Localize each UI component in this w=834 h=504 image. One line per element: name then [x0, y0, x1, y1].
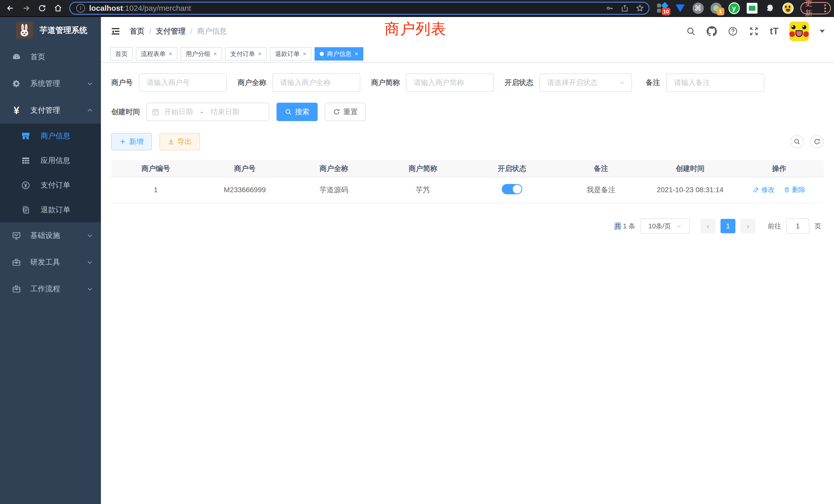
github-icon[interactable] [707, 26, 717, 37]
url-text[interactable]: localhost:1024/pay/merchant [89, 4, 598, 13]
prev-page-button[interactable]: ‹ [701, 219, 716, 233]
extension-command-icon[interactable]: ⌘ [693, 3, 704, 14]
remark-input[interactable] [666, 73, 764, 92]
url-path: :1024/pay/merchant [123, 4, 191, 12]
chevron-up-icon [87, 107, 93, 114]
sidebar-item-app-info[interactable]: 应用信息 [0, 148, 101, 173]
tab-merchant-info[interactable]: 商户信息 × [314, 47, 363, 61]
delete-link[interactable]: 删除 [784, 185, 805, 194]
tab-process-form[interactable]: 流程表单 × [136, 47, 177, 61]
app-header: 首页 / 支付管理 / 商户信息 tT [101, 17, 834, 46]
profile-emoji-icon[interactable] [783, 3, 794, 14]
tab-home[interactable]: 首页 [110, 47, 133, 61]
col-merchant-no: 商户号 [200, 160, 289, 177]
status-toggle[interactable] [502, 184, 522, 194]
tab-close-icon[interactable]: × [169, 50, 172, 58]
sidebar: 芋道管理系统 首页 系统管理 ¥ 支付管理 商户信息 [0, 17, 101, 504]
sidebar-item-pay-order[interactable]: 支付订单 [0, 173, 101, 198]
sidebar-item-system[interactable]: 系统管理 [0, 70, 101, 97]
avatar-caret-icon[interactable] [820, 30, 825, 33]
fullscreen-icon[interactable] [749, 26, 759, 37]
search-button[interactable]: 搜索 [277, 102, 317, 121]
edit-link[interactable]: 修改 [753, 185, 775, 194]
full-name-input[interactable] [272, 73, 360, 92]
page-size-select[interactable]: 10条/页 [640, 219, 690, 234]
extension-grid-icon[interactable]: 10 [657, 3, 668, 14]
chevron-down-icon [676, 223, 682, 229]
extension-badge: 10 [662, 8, 670, 16]
sidebar-item-dev-tools[interactable]: 研发工具 [0, 249, 101, 276]
tab-refund-order[interactable]: 退款订单 × [270, 47, 311, 61]
cell-actions: 修改 删除 [734, 177, 824, 203]
total-suffix: 条 [629, 222, 635, 230]
export-button[interactable]: 导出 [159, 133, 200, 151]
total-text: 共 1 条 [614, 222, 635, 231]
bookmark-star-icon[interactable] [636, 4, 644, 12]
reset-button[interactable]: 重置 [325, 102, 366, 121]
page-1-button[interactable]: 1 [721, 219, 736, 233]
col-remark: 备注 [556, 160, 645, 177]
sidebar-item-payment[interactable]: ¥ 支付管理 [0, 97, 101, 124]
add-button[interactable]: 新增 [111, 133, 152, 151]
merchant-no-input[interactable] [139, 73, 227, 92]
browser-home-icon[interactable] [52, 3, 64, 14]
extensions-puzzle-icon[interactable] [764, 3, 776, 14]
tab-close-icon[interactable]: × [213, 50, 217, 58]
extension-record-icon[interactable]: 1 [710, 3, 722, 14]
toggle-search-button[interactable] [790, 135, 804, 148]
chevron-down-icon [87, 232, 93, 239]
extension-gem-icon[interactable] [675, 3, 686, 14]
merchant-table: 商户编号 商户号 商户全称 商户简称 开启状态 备注 创建时间 操作 1 M23… [111, 160, 824, 203]
avatar[interactable] [789, 22, 809, 41]
tab-user-group[interactable]: 用户分组 × [180, 47, 222, 61]
next-page-button[interactable]: › [741, 219, 755, 233]
help-icon[interactable] [728, 26, 738, 37]
sidebar-item-workflow[interactable]: 工作流程 [0, 276, 101, 302]
total-prefix: 共 [614, 222, 621, 230]
chevron-down-icon [619, 79, 625, 86]
cell-merchant-id: 1 [111, 177, 200, 203]
goto-page-input[interactable] [786, 219, 809, 234]
browser-update-button[interactable]: 更新 [800, 2, 831, 14]
address-bar[interactable]: i localhost:1024/pay/merchant [69, 2, 650, 15]
sidebar-item-infrastructure[interactable]: 基础设施 [0, 222, 101, 249]
refresh-button[interactable] [810, 135, 824, 148]
sidebar-item-merchant-info[interactable]: 商户信息 [0, 124, 101, 148]
cell-status [467, 177, 557, 203]
breadcrumb-home[interactable]: 首页 [130, 26, 145, 37]
tab-close-icon[interactable]: × [355, 50, 358, 58]
sidebar-item-refund-order[interactable]: 退款订单 [0, 198, 101, 222]
end-date-placeholder: 结束日期 [211, 107, 239, 117]
sidebar-item-home[interactable]: 首页 [0, 44, 101, 70]
page-size-value: 10条/页 [649, 222, 671, 231]
share-icon[interactable] [621, 4, 629, 12]
tab-label: 用户分组 [185, 50, 210, 58]
extension-chat-icon[interactable] [746, 3, 758, 14]
total-count: 1 [621, 222, 629, 230]
create-time-range-picker[interactable]: 开始日期 - 结束日期 [146, 102, 269, 121]
tab-pay-order[interactable]: 支付订单 × [225, 47, 267, 61]
site-info-icon[interactable]: i [76, 4, 85, 13]
logo-row[interactable]: 芋道管理系统 [0, 17, 101, 44]
start-date-placeholder: 开始日期 [164, 107, 193, 117]
filter-label: 开启状态 [505, 78, 533, 88]
short-name-input[interactable] [406, 73, 494, 92]
password-key-icon[interactable] [606, 4, 614, 12]
filter-row-2: 创建时间 开始日期 - 结束日期 搜索 重置 [111, 102, 824, 121]
tab-close-icon[interactable]: × [303, 50, 306, 58]
pagination: 共 1 条 10条/页 ‹ 1 › 前往 页 [111, 219, 824, 234]
breadcrumb-payment[interactable]: 支付管理 [156, 26, 185, 37]
table-grid-icon [20, 156, 31, 165]
browser-back-icon[interactable] [5, 3, 16, 14]
status-select[interactable]: 请选择开启状态 [540, 73, 632, 92]
extension-y-icon[interactable]: y [728, 3, 740, 14]
tab-close-icon[interactable]: × [258, 50, 262, 58]
font-size-icon[interactable]: tT [770, 26, 778, 37]
browser-forward-icon[interactable] [21, 3, 32, 14]
sidebar-fold-icon[interactable] [110, 26, 121, 37]
browser-menu-icon[interactable] [824, 4, 826, 12]
chevron-down-icon [87, 259, 93, 266]
col-status: 开启状态 [467, 160, 557, 177]
header-search-icon[interactable] [686, 26, 696, 36]
browser-reload-icon[interactable] [37, 3, 48, 14]
